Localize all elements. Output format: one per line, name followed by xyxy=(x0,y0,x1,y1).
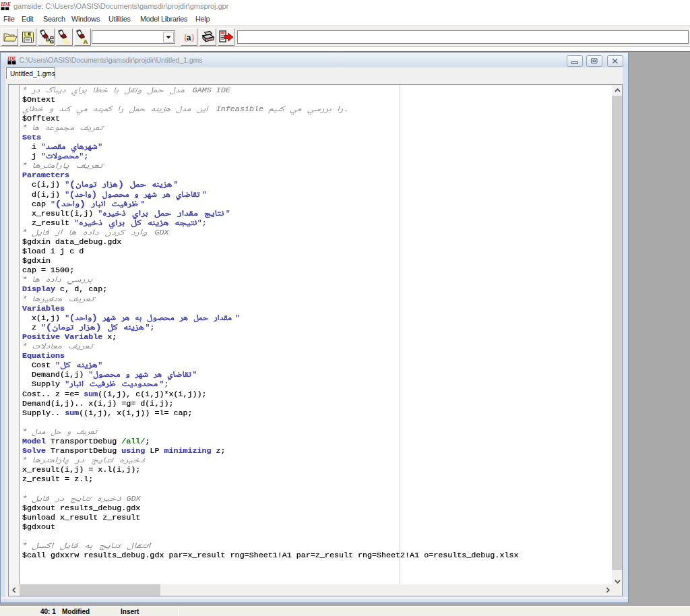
svg-text:A: A xyxy=(84,38,88,45)
svg-text:}: } xyxy=(191,32,195,42)
svg-text:IDE: IDE xyxy=(1,1,11,7)
svg-text:IDE: IDE xyxy=(7,56,16,62)
